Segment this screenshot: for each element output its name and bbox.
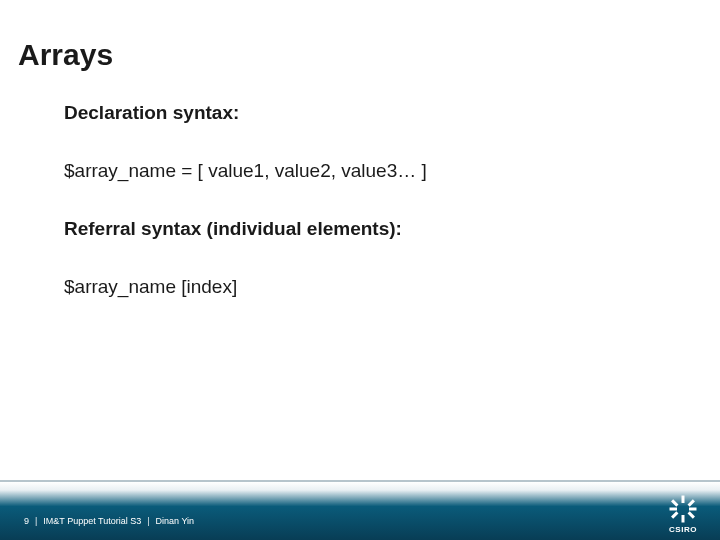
slide-content: Declaration syntax: $array_name = [ valu… bbox=[64, 102, 680, 334]
page-number: 9 bbox=[24, 516, 29, 526]
svg-rect-2 bbox=[670, 508, 678, 511]
footer: 9 | IM&T Puppet Tutorial S3 | Dinan Yin bbox=[0, 476, 720, 540]
footer-sep: | bbox=[147, 516, 149, 526]
referral-heading: Referral syntax (individual elements): bbox=[64, 218, 680, 240]
svg-rect-5 bbox=[688, 499, 695, 506]
csiro-logo-icon bbox=[668, 494, 698, 524]
svg-rect-0 bbox=[682, 496, 685, 504]
slide: Arrays Declaration syntax: $array_name =… bbox=[0, 0, 720, 540]
svg-rect-7 bbox=[688, 511, 695, 518]
declaration-code: $array_name = [ value1, value2, value3… … bbox=[64, 160, 680, 182]
footer-sep: | bbox=[35, 516, 37, 526]
footer-text: 9 | IM&T Puppet Tutorial S3 | Dinan Yin bbox=[24, 516, 194, 526]
svg-rect-6 bbox=[671, 511, 678, 518]
slide-title: Arrays bbox=[18, 38, 113, 72]
referral-code: $array_name [index] bbox=[64, 276, 680, 298]
svg-rect-4 bbox=[671, 499, 678, 506]
doc-title: IM&T Puppet Tutorial S3 bbox=[43, 516, 141, 526]
logo-label: CSIRO bbox=[669, 525, 697, 534]
svg-rect-3 bbox=[689, 508, 697, 511]
declaration-heading: Declaration syntax: bbox=[64, 102, 680, 124]
logo: CSIRO bbox=[668, 494, 698, 534]
author: Dinan Yin bbox=[156, 516, 195, 526]
footer-background bbox=[0, 482, 720, 540]
svg-rect-1 bbox=[682, 515, 685, 523]
